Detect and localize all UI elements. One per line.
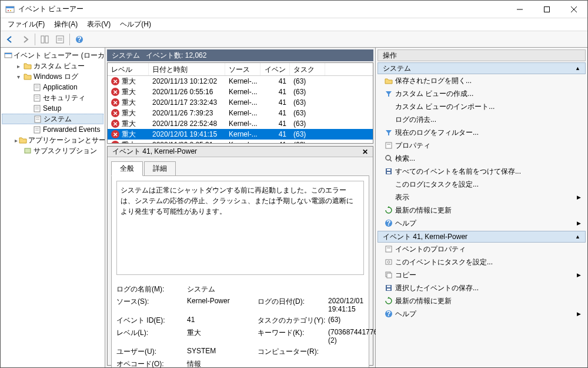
action-item[interactable]: 選択したイベントの保存... — [377, 281, 586, 294]
action-item[interactable]: カスタム ビューのインポート... — [377, 100, 586, 113]
tab-general[interactable]: 全般 — [111, 161, 143, 176]
action-item[interactable]: カスタム ビューの作成... — [377, 87, 586, 100]
tree-windows-logs[interactable]: ▾Windows ログ — [2, 71, 103, 82]
svg-line-36 — [390, 160, 392, 161]
action-item[interactable]: 現在のログをフィルター... — [377, 126, 586, 139]
svg-rect-16 — [5, 53, 12, 54]
tree-item-システム[interactable]: システム — [2, 114, 103, 124]
action-item[interactable]: このイベントにタスクを設定... — [377, 256, 586, 268]
col-task[interactable]: タスクの... — [290, 63, 325, 75]
actions-section-event[interactable]: イベント 41, Kernel-Power▲ — [377, 231, 586, 243]
action-help[interactable]: ?ヘルプ▶ — [377, 217, 586, 230]
detail-pane: イベント 41, Kernel-Power ✕ 全般 詳細 システムは正常にシャ… — [107, 146, 373, 366]
menu-action[interactable]: 操作(A) — [51, 18, 81, 31]
column-headers: レベル 日付と時刻 ソース イベント ... タスクの... — [108, 63, 373, 76]
svg-rect-39 — [387, 172, 390, 174]
tree-item-setup[interactable]: Setup — [2, 103, 103, 114]
actions-title: 操作 — [377, 49, 586, 61]
action-item[interactable]: すべてのイベントを名前をつけて保存... — [377, 165, 586, 178]
tree-subscriptions[interactable]: サブスクリプション — [2, 145, 103, 156]
svg-text:?: ? — [77, 35, 81, 44]
action-item[interactable]: イベントのプロパティ — [377, 243, 586, 256]
back-button[interactable] — [3, 32, 17, 47]
svg-rect-10 — [56, 36, 64, 43]
col-date[interactable]: 日付と時刻 — [149, 63, 225, 75]
action-item[interactable]: コピー▶ — [377, 268, 586, 281]
event-list: レベル 日付と時刻 ソース イベント ... タスクの... ✕重大2020/1… — [107, 62, 373, 144]
titlebar: イベント ビューアー — [1, 1, 587, 18]
event-properties: ログの名前(M):システム ソース(S):Kernel-Power ログの日付(… — [116, 284, 364, 368]
svg-rect-47 — [387, 273, 392, 278]
forward-button[interactable] — [18, 32, 32, 47]
action-item[interactable]: 最新の情報に更新 — [377, 294, 586, 307]
help-button[interactable]: ? — [72, 32, 86, 47]
toolbar: ? — [1, 31, 587, 48]
critical-icon: ✕ — [111, 141, 119, 143]
svg-rect-1 — [6, 6, 14, 8]
svg-rect-42 — [386, 246, 392, 252]
actions-section-system[interactable]: システム▲ — [377, 62, 586, 74]
svg-rect-8 — [41, 36, 44, 43]
table-row[interactable]: ✕重大2020/11/26 0:05:31Kernel-...41(63) — [108, 140, 373, 143]
svg-rect-50 — [387, 289, 390, 290]
menu-view[interactable]: 表示(V) — [83, 18, 114, 31]
svg-point-3 — [10, 10, 11, 11]
separator — [69, 34, 70, 45]
actions-pane: 操作 システム▲ 保存されたログを開く...カスタム ビューの作成...カスタム… — [376, 48, 587, 367]
svg-point-2 — [8, 10, 9, 11]
maximize-button[interactable] — [533, 1, 560, 18]
detail-header: イベント 41, Kernel-Power ✕ — [108, 147, 373, 157]
tree-custom-views[interactable]: ▸カスタム ビュー — [2, 61, 103, 71]
svg-rect-33 — [386, 142, 392, 148]
svg-rect-9 — [45, 36, 48, 43]
tree-item-forwarded events[interactable]: Forwarded Events — [2, 124, 103, 135]
svg-rect-38 — [387, 169, 390, 171]
close-button[interactable] — [560, 1, 587, 18]
action-refresh[interactable]: 最新の情報に更新 — [377, 204, 586, 217]
tree-pane: イベント ビューアー (ローカル) ▸カスタム ビュー ▾Windows ログ … — [1, 48, 105, 367]
menu-help[interactable]: ヘルプ(H) — [116, 18, 155, 31]
event-message: システムは正常にシャットダウンする前に再起動しました。このエラーは、システムの応… — [116, 181, 364, 275]
console-tree-button[interactable] — [38, 32, 52, 47]
window-title: イベント ビューアー — [18, 4, 506, 14]
action-item[interactable]: 検索... — [377, 152, 586, 165]
action-item[interactable]: 保存されたログを開く... — [377, 74, 586, 87]
table-row[interactable]: ✕重大2020/11/26 0:55:16Kernel-...41(63) — [108, 87, 373, 97]
tab-details[interactable]: 詳細 — [144, 161, 176, 176]
critical-icon: ✕ — [111, 77, 119, 85]
menu-file[interactable]: ファイル(F) — [4, 18, 48, 31]
table-row[interactable]: ✕重大2020/11/28 22:52:48Kernel-...41(63) — [108, 118, 373, 129]
action-item[interactable]: このログにタスクを設定... — [377, 178, 586, 191]
tree-app-services[interactable]: ▸アプリケーションとサービス ログ — [2, 135, 103, 145]
action-item[interactable]: プロパティ — [377, 139, 586, 152]
svg-point-35 — [386, 155, 390, 160]
col-id[interactable]: イベント ... — [260, 63, 290, 75]
table-row[interactable]: ✕重大2020/12/01 19:41:15Kernel-...41(63) — [108, 129, 373, 140]
tree-root[interactable]: イベント ビューアー (ローカル) — [2, 50, 103, 61]
list-header: システム イベント数: 12,062 — [107, 49, 373, 61]
svg-text:?: ? — [386, 219, 390, 227]
tree-item-application[interactable]: Application — [2, 82, 103, 92]
col-level[interactable]: レベル — [108, 63, 149, 75]
svg-rect-49 — [387, 286, 390, 287]
app-icon — [5, 5, 15, 14]
svg-text:?: ? — [386, 310, 390, 318]
menubar: ファイル(F) 操作(A) 表示(V) ヘルプ(H) — [1, 18, 587, 31]
action-view[interactable]: 表示▶ — [377, 191, 586, 204]
properties-button[interactable] — [53, 32, 67, 47]
tree-item-セキュリティ[interactable]: セキュリティ — [2, 92, 103, 103]
critical-icon: ✕ — [111, 109, 119, 117]
action-item[interactable]: ログの消去... — [377, 113, 586, 126]
critical-icon: ✕ — [111, 98, 119, 107]
center-pane: システム イベント数: 12,062 レベル 日付と時刻 ソース イベント ..… — [105, 48, 376, 367]
action-item[interactable]: ?ヘルプ▶ — [377, 307, 586, 320]
svg-rect-5 — [544, 6, 550, 12]
svg-rect-32 — [25, 148, 31, 153]
table-row[interactable]: ✕重大2020/11/26 7:39:23Kernel-...41(63) — [108, 108, 373, 118]
minimize-button[interactable] — [506, 1, 533, 18]
col-source[interactable]: ソース — [225, 63, 260, 75]
critical-icon: ✕ — [111, 120, 119, 128]
detail-close-icon[interactable]: ✕ — [362, 148, 368, 156]
table-row[interactable]: ✕重大2020/11/13 10:12:02Kernel-...41(63) — [108, 76, 373, 87]
table-row[interactable]: ✕重大2020/11/17 23:32:43Kernel-...41(63) — [108, 97, 373, 108]
